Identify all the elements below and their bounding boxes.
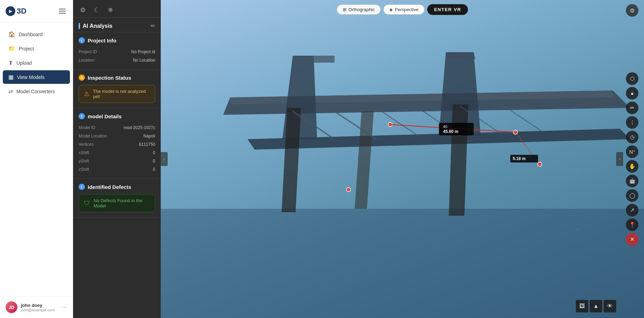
sidebar: ▶ 3D 🏠 Dashboard 📁 Project ⬆ Upload ▦ Vi… <box>0 0 73 318</box>
tab-snowflake[interactable]: ❄ <box>106 3 114 17</box>
visibility-button[interactable]: 👁 <box>604 300 616 312</box>
pencil-tool-button[interactable]: ✏ <box>626 102 638 114</box>
identified-defects-title: i Identified Defects <box>79 184 155 190</box>
tab-settings[interactable]: ⚙ <box>79 3 87 17</box>
hamburger-menu-button[interactable] <box>57 7 67 15</box>
defects-icon: i <box>79 184 85 190</box>
project-info-title: i Project Info <box>79 37 155 43</box>
bridge-scene: 40 45.60 m 5.18 m <box>161 0 644 318</box>
project-icon: 📁 <box>8 45 15 52</box>
nodes-tool-button[interactable]: ⬡ <box>626 72 638 85</box>
user-info: john doey john@example.com <box>21 303 57 312</box>
clock-tool-button[interactable]: ◷ <box>626 131 638 143</box>
svg-point-32 <box>257 177 259 178</box>
dots-icon: ⋮ <box>630 119 635 126</box>
enter-vr-button[interactable]: ENTER VR <box>427 4 468 15</box>
yshift-row: yShift 0 <box>79 157 155 165</box>
viewport-header: ⊞ Orthographic ◈ Perspective ENTER VR <box>161 0 644 19</box>
svg-point-23 <box>299 239 301 241</box>
hand-icon: ✋ <box>629 163 636 169</box>
model-location-value: Napoli <box>143 134 155 138</box>
robot-tool-button[interactable]: 🤖 <box>626 175 638 187</box>
sidebar-item-model-converters-label: Model Converters <box>16 89 55 94</box>
svg-point-31 <box>272 181 272 181</box>
zshift-value: 0 <box>153 167 155 172</box>
collapse-panel-button[interactable]: ‹ <box>161 152 168 166</box>
project-id-label: Project ID <box>79 49 97 54</box>
svg-marker-5 <box>314 56 335 63</box>
circle-icon: ● <box>630 90 634 96</box>
3d-viewport[interactable]: ⊞ Orthographic ◈ Perspective ENTER VR <box>161 0 644 318</box>
svg-point-41 <box>613 174 613 174</box>
screenshot-icon: 🖼 <box>579 303 585 309</box>
svg-point-17 <box>212 225 214 227</box>
inspection-status-icon: ⚠ <box>79 74 85 81</box>
tab-moon[interactable]: ☾ <box>93 3 101 17</box>
pencil-icon: ✏ <box>630 105 635 111</box>
bottom-toolbar: 🖼 ▲ 👁 <box>576 300 616 312</box>
edit-button[interactable]: ✏ <box>151 23 155 29</box>
close-icon: ✕ <box>630 236 635 243</box>
dashboard-icon: 🏠 <box>8 31 15 38</box>
sidebar-item-model-converters[interactable]: ⇄ Model Converters <box>3 85 70 98</box>
yshift-label: yShift <box>79 159 89 164</box>
svg-point-27 <box>578 229 579 230</box>
robot-icon: 🤖 <box>629 178 636 184</box>
panel-tabs: ⚙ ☾ ❄ <box>73 0 161 18</box>
perspective-button[interactable]: ◈ Perspective <box>383 5 424 15</box>
model-id-row: Model ID mod-2025-1027c <box>79 124 155 132</box>
svg-point-38 <box>578 170 579 171</box>
svg-point-28 <box>595 219 596 220</box>
measure-icon: ◯ <box>629 192 635 199</box>
screenshot-button[interactable]: 🖼 <box>576 300 588 312</box>
sidebar-item-upload-label: Upload <box>16 60 32 66</box>
sidebar-item-project[interactable]: 📁 Project <box>3 42 70 55</box>
xshift-label: xShift <box>79 150 89 155</box>
model-details-section: i model Details Model ID mod-2025-1027c … <box>73 108 161 179</box>
eye-icon: 👁 <box>607 303 613 309</box>
svg-point-30 <box>264 174 265 175</box>
zshift-label: zShift <box>79 167 89 172</box>
pin-tool-button[interactable]: 📍 <box>626 218 638 231</box>
expand-button[interactable]: ▲ <box>590 300 602 312</box>
vertices-value: 6111750 <box>139 142 155 147</box>
zshift-row: zShift 0 <box>79 165 155 174</box>
svg-marker-7 <box>446 52 476 59</box>
vertices-row: Vertices 6111750 <box>79 140 155 149</box>
sidebar-item-view-models[interactable]: ▦ View Models <box>3 70 70 84</box>
panel-title: AI Analysis <box>83 23 113 29</box>
inspection-warning-box: ⚠ The model is not analyzed yet! <box>79 85 155 103</box>
location-label: Location <box>79 58 94 63</box>
close-tool-button[interactable]: ✕ <box>626 233 638 246</box>
sidebar-item-project-label: Project <box>19 46 34 51</box>
cursor-tool-button[interactable]: ↗ <box>626 204 638 216</box>
dots-tool-button[interactable]: ⋮ <box>626 116 638 129</box>
sidebar-item-dashboard-label: Dashboard <box>19 32 43 37</box>
sidebar-header: ▶ 3D <box>0 0 73 23</box>
logout-button[interactable]: → <box>61 304 67 311</box>
pin-icon: 📍 <box>629 222 636 228</box>
svg-line-13 <box>376 108 418 136</box>
measure-tool-button[interactable]: ◯ <box>626 189 638 202</box>
angle-tool-button[interactable]: N° <box>626 145 638 158</box>
model-location-label: Model Location <box>79 134 107 138</box>
xshift-value: 0 <box>153 150 155 155</box>
sidebar-item-dashboard[interactable]: 🏠 Dashboard <box>3 27 70 41</box>
user-email: john@example.com <box>21 308 57 312</box>
svg-point-18 <box>223 233 224 234</box>
hand-tool-button[interactable]: ✋ <box>626 160 638 173</box>
svg-point-33 <box>247 184 248 185</box>
circle-tool-button[interactable]: ● <box>626 87 638 100</box>
inspection-status-section: ⚠ Inspection Status ⚠ The model is not a… <box>73 70 161 108</box>
project-info-icon: i <box>79 37 85 43</box>
svg-point-25 <box>543 215 544 216</box>
inspection-status-title: ⚠ Inspection Status <box>79 74 155 81</box>
expand-right-button[interactable]: › <box>616 152 623 166</box>
orthographic-button[interactable]: ⊞ Orthographic <box>337 5 381 15</box>
sidebar-item-upload[interactable]: ⬆ Upload <box>3 56 70 70</box>
model-details-title: i model Details <box>79 113 155 119</box>
user-footer: JD john doey john@example.com → <box>0 296 73 318</box>
perspective-icon: ◈ <box>389 7 393 12</box>
inspection-warning-text: The model is not analyzed yet! <box>93 89 150 99</box>
no-defects-box: 🛡 No Defects Found in the Model <box>79 194 155 212</box>
